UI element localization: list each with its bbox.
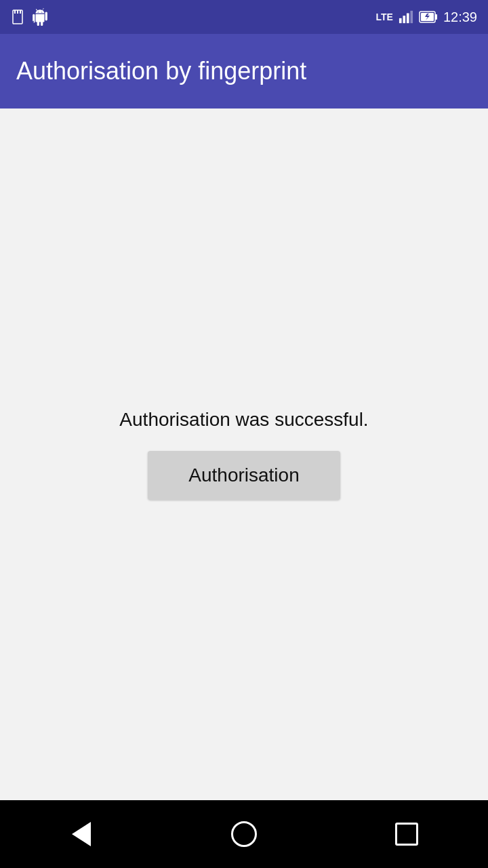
back-icon [72, 822, 91, 846]
svg-rect-6 [407, 14, 409, 24]
android-icon [31, 8, 49, 26]
app-bar: Authorisation by fingerprint [0, 34, 488, 108]
authorisation-button[interactable]: Authorisation [148, 451, 340, 500]
status-time: 12:39 [443, 9, 477, 25]
nav-recents-button[interactable] [386, 814, 427, 854]
lte-label: LTE [376, 12, 393, 22]
battery-icon [419, 9, 438, 24]
nav-back-button[interactable] [61, 814, 102, 854]
svg-rect-9 [435, 14, 437, 20]
svg-rect-5 [403, 16, 405, 23]
svg-rect-3 [20, 10, 21, 14]
home-icon [231, 821, 257, 847]
app-bar-title: Authorisation by fingerprint [16, 57, 306, 85]
recents-icon [395, 823, 418, 846]
success-message: Authorisation was successful. [119, 409, 368, 431]
svg-rect-4 [399, 18, 402, 23]
nav-bar [0, 800, 488, 868]
sd-card-icon [11, 9, 26, 24]
status-bar-right: LTE 12:39 [376, 9, 477, 25]
nav-home-button[interactable] [224, 814, 264, 854]
signal-icon [399, 9, 413, 24]
status-bar-left [11, 8, 49, 26]
main-content: Authorisation was successful. Authorisat… [0, 108, 488, 800]
status-bar: LTE 12:39 [0, 0, 488, 34]
svg-rect-7 [410, 11, 413, 23]
svg-rect-2 [17, 10, 18, 14]
svg-rect-1 [14, 10, 16, 14]
